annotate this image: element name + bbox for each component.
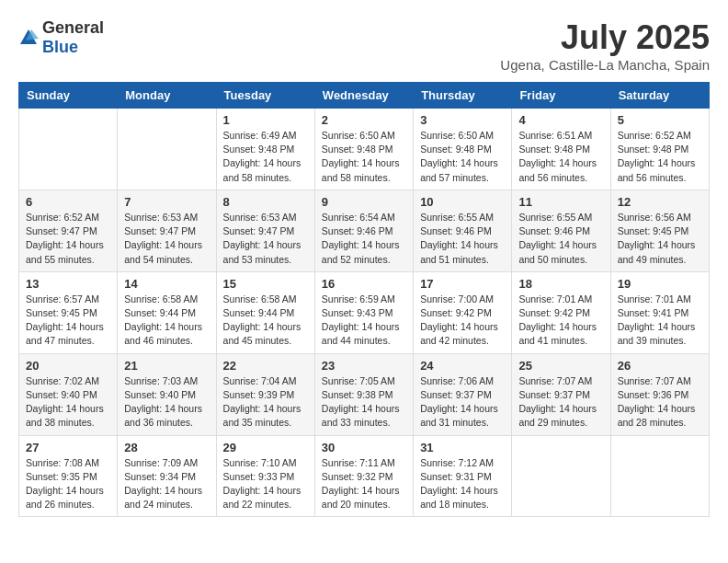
calendar-cell: 10Sunrise: 6:55 AM Sunset: 9:46 PM Dayli… <box>414 190 512 271</box>
day-info: Sunrise: 6:50 AM Sunset: 9:48 PM Dayligh… <box>420 129 505 185</box>
calendar-cell: 7Sunrise: 6:53 AM Sunset: 9:47 PM Daylig… <box>118 190 216 271</box>
weekday-header-saturday: Saturday <box>610 83 709 109</box>
logo: General Blue <box>18 18 104 57</box>
calendar-cell: 27Sunrise: 7:08 AM Sunset: 9:35 PM Dayli… <box>19 435 118 517</box>
day-number: 5 <box>618 113 702 127</box>
logo-icon <box>18 28 39 48</box>
calendar-cell: 26Sunrise: 7:07 AM Sunset: 9:36 PM Dayli… <box>610 353 709 435</box>
weekday-header-wednesday: Wednesday <box>314 83 413 109</box>
day-number: 14 <box>124 277 209 291</box>
calendar-cell: 14Sunrise: 6:58 AM Sunset: 9:44 PM Dayli… <box>118 271 216 353</box>
day-number: 21 <box>124 359 209 373</box>
calendar-cell: 13Sunrise: 6:57 AM Sunset: 9:45 PM Dayli… <box>19 271 118 353</box>
calendar-cell: 3Sunrise: 6:50 AM Sunset: 9:48 PM Daylig… <box>414 109 512 190</box>
day-number: 19 <box>618 277 702 291</box>
calendar-table: SundayMondayTuesdayWednesdayThursdayFrid… <box>18 82 710 517</box>
day-info: Sunrise: 6:54 AM Sunset: 9:46 PM Dayligh… <box>322 211 406 267</box>
calendar-cell: 4Sunrise: 6:51 AM Sunset: 9:48 PM Daylig… <box>512 109 610 190</box>
day-number: 24 <box>420 359 505 373</box>
calendar-week-row: 1Sunrise: 6:49 AM Sunset: 9:48 PM Daylig… <box>19 109 710 190</box>
day-info: Sunrise: 6:52 AM Sunset: 9:48 PM Dayligh… <box>618 129 702 185</box>
calendar-cell: 24Sunrise: 7:06 AM Sunset: 9:37 PM Dayli… <box>414 353 512 435</box>
weekday-header-row: SundayMondayTuesdayWednesdayThursdayFrid… <box>19 83 710 109</box>
calendar-cell <box>610 435 709 517</box>
day-number: 12 <box>618 195 702 209</box>
day-info: Sunrise: 6:55 AM Sunset: 9:46 PM Dayligh… <box>518 211 603 267</box>
calendar-cell: 25Sunrise: 7:07 AM Sunset: 9:37 PM Dayli… <box>512 353 610 435</box>
weekday-header-thursday: Thursday <box>414 83 512 109</box>
day-info: Sunrise: 6:49 AM Sunset: 9:48 PM Dayligh… <box>223 129 308 185</box>
day-number: 1 <box>223 113 308 127</box>
day-number: 2 <box>322 113 406 127</box>
day-number: 6 <box>26 195 110 209</box>
calendar-cell: 8Sunrise: 6:53 AM Sunset: 9:47 PM Daylig… <box>216 190 314 271</box>
day-info: Sunrise: 7:04 AM Sunset: 9:39 PM Dayligh… <box>223 374 308 431</box>
calendar-cell: 29Sunrise: 7:10 AM Sunset: 9:33 PM Dayli… <box>216 435 314 517</box>
day-info: Sunrise: 7:12 AM Sunset: 9:31 PM Dayligh… <box>420 456 505 512</box>
calendar-cell: 19Sunrise: 7:01 AM Sunset: 9:41 PM Dayli… <box>610 271 709 353</box>
day-number: 10 <box>420 195 505 209</box>
day-number: 29 <box>223 441 308 454</box>
day-number: 25 <box>518 359 603 373</box>
day-info: Sunrise: 6:55 AM Sunset: 9:46 PM Dayligh… <box>420 211 505 267</box>
calendar-week-row: 27Sunrise: 7:08 AM Sunset: 9:35 PM Dayli… <box>19 435 710 517</box>
logo-blue: Blue <box>42 38 78 56</box>
calendar-cell: 15Sunrise: 6:58 AM Sunset: 9:44 PM Dayli… <box>216 271 314 353</box>
calendar-cell: 11Sunrise: 6:55 AM Sunset: 9:46 PM Dayli… <box>512 190 610 271</box>
calendar-cell: 22Sunrise: 7:04 AM Sunset: 9:39 PM Dayli… <box>216 353 314 435</box>
day-number: 30 <box>322 441 406 454</box>
calendar-cell: 5Sunrise: 6:52 AM Sunset: 9:48 PM Daylig… <box>610 109 709 190</box>
weekday-header-sunday: Sunday <box>19 83 118 109</box>
day-number: 31 <box>420 441 505 454</box>
weekday-header-tuesday: Tuesday <box>216 83 314 109</box>
calendar-cell <box>19 109 118 190</box>
day-number: 7 <box>124 195 209 209</box>
day-info: Sunrise: 7:05 AM Sunset: 9:38 PM Dayligh… <box>322 374 406 431</box>
calendar-cell: 30Sunrise: 7:11 AM Sunset: 9:32 PM Dayli… <box>314 435 413 517</box>
day-info: Sunrise: 7:10 AM Sunset: 9:33 PM Dayligh… <box>223 456 308 512</box>
day-info: Sunrise: 7:07 AM Sunset: 9:36 PM Dayligh… <box>618 374 702 431</box>
calendar-cell: 16Sunrise: 6:59 AM Sunset: 9:43 PM Dayli… <box>314 271 413 353</box>
day-info: Sunrise: 6:52 AM Sunset: 9:47 PM Dayligh… <box>26 211 110 267</box>
day-info: Sunrise: 7:03 AM Sunset: 9:40 PM Dayligh… <box>124 374 209 431</box>
day-number: 11 <box>518 195 603 209</box>
day-number: 3 <box>420 113 505 127</box>
calendar-cell: 12Sunrise: 6:56 AM Sunset: 9:45 PM Dayli… <box>610 190 709 271</box>
calendar-cell <box>118 109 216 190</box>
weekday-header-monday: Monday <box>118 83 216 109</box>
day-info: Sunrise: 7:00 AM Sunset: 9:42 PM Dayligh… <box>420 293 505 349</box>
day-number: 15 <box>223 277 308 291</box>
day-number: 4 <box>518 113 603 127</box>
calendar-cell: 1Sunrise: 6:49 AM Sunset: 9:48 PM Daylig… <box>216 109 314 190</box>
calendar-cell: 28Sunrise: 7:09 AM Sunset: 9:34 PM Dayli… <box>118 435 216 517</box>
day-number: 28 <box>124 441 209 454</box>
day-info: Sunrise: 7:06 AM Sunset: 9:37 PM Dayligh… <box>420 374 505 431</box>
day-number: 23 <box>322 359 406 373</box>
month-title: July 2025 <box>500 18 710 57</box>
logo-general: General <box>42 18 104 37</box>
day-info: Sunrise: 6:58 AM Sunset: 9:44 PM Dayligh… <box>223 293 308 349</box>
page-header: General Blue July 2025 Ugena, Castille-L… <box>18 18 710 73</box>
day-number: 16 <box>322 277 406 291</box>
day-number: 27 <box>26 441 110 454</box>
day-number: 8 <box>223 195 308 209</box>
day-info: Sunrise: 6:56 AM Sunset: 9:45 PM Dayligh… <box>618 211 702 267</box>
day-info: Sunrise: 7:02 AM Sunset: 9:40 PM Dayligh… <box>26 374 110 431</box>
day-number: 9 <box>322 195 406 209</box>
location-subtitle: Ugena, Castille-La Mancha, Spain <box>500 57 710 73</box>
title-area: July 2025 Ugena, Castille-La Mancha, Spa… <box>500 18 710 73</box>
day-number: 18 <box>518 277 603 291</box>
calendar-cell: 31Sunrise: 7:12 AM Sunset: 9:31 PM Dayli… <box>414 435 512 517</box>
day-info: Sunrise: 6:59 AM Sunset: 9:43 PM Dayligh… <box>322 293 406 349</box>
calendar-cell: 9Sunrise: 6:54 AM Sunset: 9:46 PM Daylig… <box>314 190 413 271</box>
day-number: 13 <box>26 277 110 291</box>
calendar-cell: 21Sunrise: 7:03 AM Sunset: 9:40 PM Dayli… <box>118 353 216 435</box>
calendar-week-row: 20Sunrise: 7:02 AM Sunset: 9:40 PM Dayli… <box>19 353 710 435</box>
calendar-cell: 20Sunrise: 7:02 AM Sunset: 9:40 PM Dayli… <box>19 353 118 435</box>
weekday-header-friday: Friday <box>512 83 610 109</box>
day-info: Sunrise: 7:01 AM Sunset: 9:41 PM Dayligh… <box>618 293 702 349</box>
calendar-week-row: 6Sunrise: 6:52 AM Sunset: 9:47 PM Daylig… <box>19 190 710 271</box>
day-info: Sunrise: 7:08 AM Sunset: 9:35 PM Dayligh… <box>26 456 110 512</box>
day-info: Sunrise: 6:53 AM Sunset: 9:47 PM Dayligh… <box>124 211 209 267</box>
calendar-cell: 23Sunrise: 7:05 AM Sunset: 9:38 PM Dayli… <box>314 353 413 435</box>
